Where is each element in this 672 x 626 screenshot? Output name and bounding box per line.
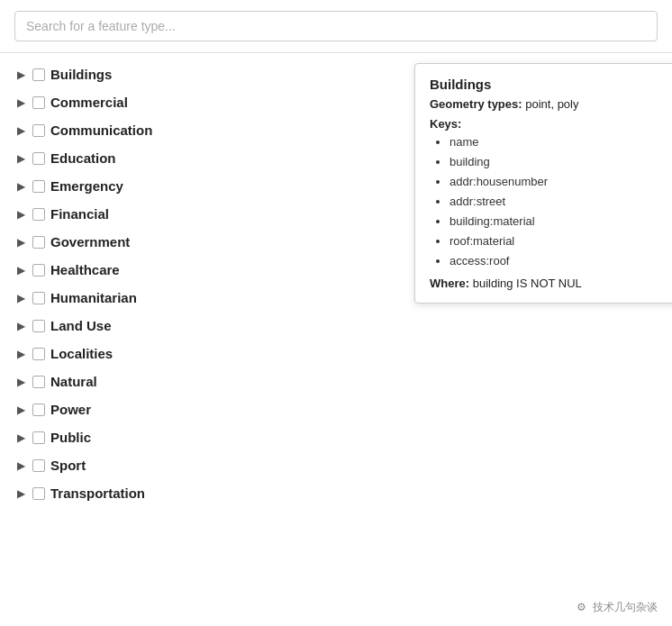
feature-checkbox[interactable] [32, 96, 45, 109]
chevron-icon: ▶ [14, 320, 27, 332]
feature-label: Land Use [50, 318, 112, 333]
feature-item-emergency[interactable]: ▶ Emergency [0, 172, 414, 200]
feature-item-humanitarian[interactable]: ▶ Humanitarian [0, 284, 414, 312]
feature-checkbox[interactable] [32, 404, 45, 416]
watermark: ⚙ 技术几句杂谈 [573, 599, 658, 615]
chevron-icon: ▶ [14, 376, 27, 388]
chevron-icon: ▶ [14, 236, 27, 249]
feature-item-sport[interactable]: ▶ Sport [0, 451, 414, 479]
tooltip-title: Buildings [430, 77, 672, 92]
feature-item-commercial[interactable]: ▶ Commercial [0, 88, 414, 116]
watermark-text: 技术几句杂谈 [593, 600, 658, 615]
tooltip-key-item: access:roof [450, 251, 672, 271]
feature-checkbox[interactable] [32, 431, 45, 444]
feature-label: Natural [50, 374, 97, 389]
tooltip-geometry: Geometry types: point, poly [430, 95, 672, 113]
feature-item-public[interactable]: ▶ Public [0, 423, 414, 451]
feature-checkbox[interactable] [32, 459, 45, 472]
tooltip-key-item: roof:material [450, 231, 672, 251]
chevron-icon: ▶ [14, 180, 27, 193]
feature-label: Buildings [50, 67, 112, 82]
chevron-icon: ▶ [14, 68, 27, 81]
main-content: ▶ Buildings ▶ Commercial ▶ Communication… [0, 53, 672, 514]
chevron-icon: ▶ [14, 96, 27, 109]
feature-checkbox[interactable] [32, 320, 45, 332]
feature-checkbox[interactable] [32, 152, 45, 165]
feature-checkbox[interactable] [32, 376, 45, 388]
chevron-icon: ▶ [14, 152, 27, 165]
feature-checkbox[interactable] [32, 348, 45, 360]
tooltip-geometry-label: Geometry types: [430, 97, 522, 111]
feature-label: Localities [50, 346, 113, 361]
feature-item-buildings[interactable]: ▶ Buildings [0, 60, 414, 88]
chevron-icon: ▶ [14, 208, 27, 221]
feature-label: Power [50, 402, 91, 417]
tooltip-keys-label: Keys: [430, 117, 672, 131]
chevron-icon: ▶ [14, 487, 27, 500]
feature-item-communication[interactable]: ▶ Communication [0, 116, 414, 144]
tooltip-where-value: building IS NOT NUL [473, 277, 582, 290]
chevron-icon: ▶ [14, 459, 27, 472]
feature-label: Government [50, 234, 130, 249]
feature-checkbox[interactable] [32, 180, 45, 193]
feature-checkbox[interactable] [32, 208, 45, 221]
chevron-icon: ▶ [14, 124, 27, 137]
feature-checkbox[interactable] [32, 487, 45, 500]
chevron-icon: ▶ [14, 348, 27, 360]
chevron-icon: ▶ [14, 431, 27, 444]
search-bar [0, 0, 672, 53]
app-container: ▶ Buildings ▶ Commercial ▶ Communication… [0, 0, 672, 626]
feature-item-government[interactable]: ▶ Government [0, 228, 414, 256]
tooltip-key-item: building:material [450, 212, 672, 231]
search-input[interactable] [14, 11, 658, 41]
tooltip-key-item: building [450, 152, 672, 172]
feature-label: Humanitarian [50, 290, 137, 305]
feature-item-power[interactable]: ▶ Power [0, 395, 414, 423]
feature-label: Public [50, 430, 91, 445]
feature-item-natural[interactable]: ▶ Natural [0, 367, 414, 395]
feature-item-localities[interactable]: ▶ Localities [0, 340, 414, 367]
chevron-icon: ▶ [14, 292, 27, 304]
feature-checkbox[interactable] [32, 236, 45, 249]
feature-label: Communication [50, 122, 152, 138]
feature-label: Financial [50, 206, 109, 222]
tooltip-keys-list: namebuildingaddr:housenumberaddr:streetb… [430, 132, 672, 272]
feature-label: Healthcare [50, 262, 120, 277]
feature-checkbox[interactable] [32, 68, 45, 81]
tooltip-where-label: Where: [430, 277, 469, 290]
feature-checkbox[interactable] [32, 292, 45, 304]
feature-checkbox[interactable] [32, 264, 45, 277]
tooltip-where: Where: building IS NOT NUL [430, 277, 672, 290]
chevron-icon: ▶ [14, 404, 27, 416]
feature-label: Transportation [50, 485, 145, 501]
feature-label: Commercial [50, 95, 128, 110]
tooltip-key-item: addr:housenumber [450, 172, 672, 192]
feature-list: ▶ Buildings ▶ Commercial ▶ Communication… [0, 53, 414, 514]
chevron-icon: ▶ [14, 264, 27, 277]
tooltip-key-item: name [450, 132, 672, 152]
feature-item-transportation[interactable]: ▶ Transportation [0, 479, 414, 507]
feature-item-land-use[interactable]: ▶ Land Use [0, 312, 414, 340]
feature-item-healthcare[interactable]: ▶ Healthcare [0, 256, 414, 284]
feature-item-education[interactable]: ▶ Education [0, 144, 414, 172]
feature-label: Sport [50, 458, 86, 473]
feature-item-financial[interactable]: ▶ Financial [0, 200, 414, 228]
tooltip-panel: Buildings Geometry types: point, poly Ke… [414, 63, 672, 304]
feature-label: Emergency [50, 178, 123, 194]
feature-checkbox[interactable] [32, 124, 45, 137]
feature-label: Education [50, 150, 116, 166]
tooltip-key-item: addr:street [450, 192, 672, 212]
tooltip-geometry-value: point, poly [525, 97, 578, 111]
watermark-icon: ⚙ [573, 599, 589, 615]
